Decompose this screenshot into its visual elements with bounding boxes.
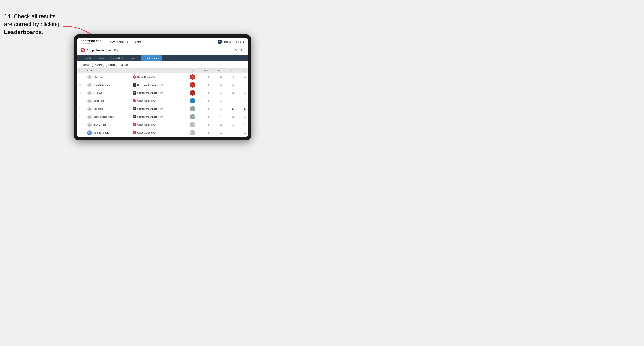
nav-tournaments[interactable]: TOURNAMENTS	[110, 41, 128, 43]
cell-rd3: -1	[236, 89, 248, 97]
tournament-badge: Men	[113, 49, 119, 52]
cell-rd1: +5	[212, 113, 224, 121]
cell-thru: F	[197, 73, 212, 81]
svg-point-5	[89, 108, 90, 109]
team-logo-scoreboard: SB	[133, 83, 136, 87]
cell-team: C Clippd College [A]	[130, 121, 182, 129]
score-badge: E	[190, 98, 195, 104]
tab-course-setup[interactable]: Course Setup	[107, 55, 127, 61]
cell-team: SB Scoreboard University [A]	[130, 105, 182, 113]
col-rd1: RD1	[212, 69, 224, 73]
col-rd2: RD2	[224, 69, 236, 73]
cell-total: +6	[182, 113, 197, 121]
cell-thru: F	[197, 121, 212, 129]
team-logo-clippd: C	[133, 75, 136, 79]
filter-scores[interactable]: Scores	[106, 63, 117, 67]
cell-pos: 8	[77, 129, 85, 137]
cell-pos: 7	[77, 121, 85, 129]
cell-thru: F	[197, 89, 212, 97]
cell-team: C Clippd College [A]	[130, 97, 182, 105]
instruction-line1: 14. Check all results	[4, 13, 56, 19]
cell-thru: F	[197, 129, 212, 137]
cell-rd1: +2	[212, 121, 224, 129]
tab-details[interactable]: Details	[80, 55, 94, 61]
player-avatar	[87, 107, 92, 111]
tablet-screen: SCOREBOARD Powered by clippd TOURNAMENTS…	[77, 38, 248, 137]
player-avatar	[87, 75, 92, 79]
logo-area: SCOREBOARD Powered by clippd	[80, 40, 102, 44]
filter-strokes[interactable]: Strokes	[118, 63, 130, 67]
filter-players[interactable]: Players	[92, 63, 104, 67]
cell-thru: F	[197, 105, 212, 113]
cell-rd3: +3	[236, 97, 248, 105]
svg-point-4	[89, 100, 90, 101]
tournament-title-area: C Clippd Invitational Men	[80, 48, 120, 52]
cell-pos: 3	[77, 89, 85, 97]
cell-rd3: -5	[236, 73, 248, 81]
score-badge: -2	[190, 90, 195, 96]
cell-total: E	[182, 97, 197, 105]
tournament-header: C Clippd Invitational Men Cancel ✕	[77, 46, 248, 55]
nav-teams[interactable]: TEAMS	[134, 41, 142, 43]
cell-rd2: +1	[224, 121, 236, 129]
svg-point-3	[89, 92, 90, 93]
cell-rd3: +2	[236, 129, 248, 137]
cell-total: -4	[182, 81, 197, 89]
player-name: Marcus Turners	[94, 132, 109, 134]
svg-point-2	[89, 84, 90, 85]
instruction-block: 14. Check all results are correct by cli…	[4, 8, 74, 38]
cell-thru: F	[197, 113, 212, 121]
cell-team: SB Scoreboard University [A]	[130, 81, 182, 89]
filter-teams[interactable]: Teams	[80, 63, 91, 67]
cell-pos: 2	[77, 81, 85, 89]
col-pos: #	[77, 69, 85, 73]
player-avatar	[87, 115, 92, 119]
cell-pos: 1	[77, 73, 85, 81]
team-name: Clippd College [A]	[137, 100, 155, 102]
cell-thru: F	[197, 97, 212, 105]
player-avatar	[87, 99, 92, 103]
table-row: 7 Blair McHarg C Clippd College [A] +9 F…	[77, 121, 248, 129]
cell-rd2: -4	[224, 97, 236, 105]
leaderboard-table: # PLAYER TEAM TOTAL THRU RD1 RD2 RD3 1 E…	[77, 69, 248, 137]
tab-teams[interactable]: Teams	[94, 55, 107, 61]
player-name: Blair McHarg	[94, 124, 106, 126]
instruction-text: 14. Check all results are correct by cli…	[4, 12, 74, 36]
team-name: Clippd College [A]	[137, 124, 155, 126]
team-logo-clippd: C	[133, 131, 136, 134]
cell-player: MT Marcus Turners	[85, 129, 130, 137]
col-total: TOTAL	[182, 69, 197, 73]
player-name: David Ford	[94, 100, 104, 102]
player-name: Elliot Ebert	[94, 76, 104, 78]
cell-pos: 4	[77, 97, 85, 105]
cell-total: +9	[182, 121, 197, 129]
user-avatar: TU	[218, 40, 222, 44]
team-name: Clippd College [A]	[137, 76, 155, 78]
col-team: TEAM	[130, 69, 182, 73]
cancel-x-icon: ✕	[242, 49, 244, 51]
cancel-button[interactable]: Cancel ✕	[235, 49, 244, 51]
cell-pos: 5	[77, 105, 85, 113]
nav-right: TU Test User | Sign out	[218, 40, 244, 44]
cell-pos: 6	[77, 113, 85, 121]
cell-thru: F	[197, 81, 212, 89]
cell-team: SB Scoreboard University [A]	[130, 113, 182, 121]
score-badge: +11	[190, 130, 195, 135]
team-name: Scoreboard University [A]	[137, 84, 163, 86]
cell-rd1: +1	[212, 97, 224, 105]
player-name: Chris Robertson	[94, 84, 110, 86]
user-name: Test User |	[224, 41, 234, 43]
tab-results[interactable]: Results	[127, 55, 142, 61]
score-badge: +6	[190, 114, 195, 119]
svg-point-6	[89, 116, 90, 117]
cell-rd1: +1	[212, 105, 224, 113]
cell-rd3: -1	[236, 113, 248, 121]
sign-out-link[interactable]: Sign out	[236, 41, 244, 43]
cell-rd3: -4	[236, 81, 248, 89]
filter-bar: Teams Players Scores Strokes	[77, 61, 248, 69]
tab-leaderboards[interactable]: Leaderboards	[142, 55, 162, 61]
cell-rd2: -2	[224, 89, 236, 97]
cell-team: SB Scoreboard University [A]	[130, 89, 182, 97]
cell-rd1: -5	[212, 81, 224, 89]
table-row: 2 Chris Robertson SB Scoreboard Universi…	[77, 81, 248, 89]
